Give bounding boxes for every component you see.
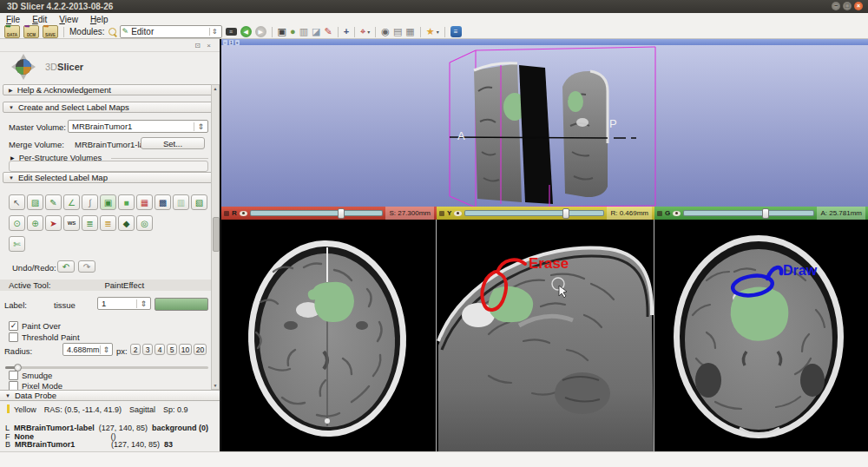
screen-capture-icon[interactable]: ◉ [381,26,390,37]
extension-manager-icon[interactable]: ≡ [450,26,462,37]
annotation-pencil-icon[interactable]: ✎ [324,26,332,37]
green-slice-slider[interactable] [683,210,814,216]
watershed-marker-button[interactable]: WS [63,215,80,231]
module-back-button[interactable]: ◀ [240,26,252,37]
mouse-mode-pin-icon[interactable]: ⌖ [360,26,365,37]
yellow-slice-view[interactable]: Erase [437,220,654,451]
rectangle-effect-button[interactable]: ▣ [100,194,116,210]
label-spin-icon[interactable]: ⇕ [136,299,147,308]
radius-10px-button[interactable]: 10 [179,344,192,355]
scissors-tool-button[interactable]: ✄ [9,236,25,252]
threeD-view[interactable]: − 1 + [221,39,868,207]
px-label: px: [116,346,128,356]
undo-button[interactable]: ↶ [57,260,75,273]
label-spinbox[interactable]: 1 ⇕ [97,297,151,310]
favorites-star-icon[interactable]: ★ [426,26,435,37]
visibility-eye-icon[interactable] [454,211,462,216]
draw-effect-button[interactable]: ✎ [45,194,62,210]
green-slice-view[interactable]: Draw [654,220,868,451]
star-dropdown-icon[interactable]: ▾ [437,29,439,35]
threshold-bucket-button[interactable]: ≣ [82,215,98,231]
title-bar: 3D Slicer 4.2.2-2013-08-26 − □ × [0,0,868,13]
fast-marching-button[interactable]: ◎ [136,215,153,231]
menu-help[interactable]: Help [84,15,115,24]
radius-20px-button[interactable]: 20 [194,344,207,355]
paint-effect-button[interactable]: ▨ [27,194,43,210]
section-create-label-maps[interactable]: ▼ Create and Select Label Maps [3,102,217,113]
radius-spin-icon[interactable]: ⇕ [100,345,110,354]
grow-cut-button[interactable]: ➤ [45,215,62,231]
menu-view[interactable]: View [53,15,84,24]
level-tracing-button[interactable]: ∠ [63,194,80,210]
module-search-icon[interactable] [108,28,116,36]
master-volume-selector[interactable]: MRBrainTumor1 ⇕ [68,120,208,133]
radius-spinbox[interactable]: 4.688mm ⇕ [62,343,113,356]
active-tool-band: Active Tool: PaintEffect [0,280,220,291]
minimize-button[interactable]: − [832,2,840,10]
radius-2px-button[interactable]: 2 [130,344,141,355]
menu-file[interactable]: File [0,15,26,24]
combo-spin-icon[interactable]: ⇕ [194,122,204,131]
yellow-slice-slider[interactable] [464,210,604,216]
radius-slider[interactable] [5,366,208,369]
save-button[interactable]: ➥ SAVE [43,25,58,38]
slicer-logo [9,53,38,81]
center-3d-view-icon[interactable]: ● [290,26,296,37]
scene-view-icon[interactable]: ▤ [393,26,402,37]
section-help-acknowledgement[interactable]: ▶ Help & Acknowledgement [3,84,217,95]
panel-scrollbar[interactable]: ▲ ▼ [211,84,220,390]
panel-undock-icon[interactable]: ⊡ [194,42,201,49]
screenshot-icon[interactable]: ◪ [312,26,320,37]
layers-icon[interactable]: ▥ [299,26,308,37]
radius-3px-button[interactable]: 3 [142,344,153,355]
paint-over-label: Paint Over [22,321,61,331]
module-forward-button[interactable]: ▶ [255,26,266,37]
threshold-paint-button[interactable]: ≣ [100,215,116,231]
label-color-swatch[interactable] [155,298,208,311]
smudge-label: Smudge [22,371,52,380]
pin-dropdown-icon[interactable]: ▾ [367,29,370,35]
load-data-button[interactable]: ➥ DATA [4,25,20,38]
grow-cut-segment-button[interactable]: ◆ [118,215,135,231]
wand-effect-button[interactable]: ∫ [82,194,98,210]
layout-cube-icon[interactable]: ▣ [278,26,286,37]
panel-close-icon[interactable]: × [207,42,211,49]
threshold-effect-button[interactable]: ■ [118,194,135,210]
scene-view-restore-icon[interactable]: ▦ [405,26,414,37]
window-close-button[interactable]: × [854,2,863,10]
pin-icon[interactable] [657,211,662,216]
erode-effect-button[interactable]: ⊙ [9,215,25,231]
pin-icon[interactable] [439,211,444,216]
identify-islands-button[interactable]: ▦ [136,194,153,210]
module-spin-icon[interactable]: ⇕ [209,28,220,36]
crosshair-icon[interactable]: + [344,26,349,37]
per-structure-frame [9,161,208,172]
dilate-effect-button[interactable]: ⊕ [27,215,43,231]
red-slice-view[interactable] [221,220,437,451]
visibility-eye-icon[interactable] [673,211,681,216]
module-selector[interactable]: ✎ Editor ⇕ [120,25,222,38]
layout-menu-button[interactable]: ≡ [226,28,237,36]
radius-5px-button[interactable]: 5 [167,344,177,355]
visibility-eye-icon[interactable] [240,211,247,216]
set-merge-volume-button[interactable]: Set... [141,137,205,149]
section-data-probe[interactable]: ▼ Data Probe [0,390,220,401]
slice-color-indicator [7,405,10,413]
undo-redo-label: Undo/Redo: [12,263,56,273]
pin-icon[interactable] [224,211,229,216]
threshold-paint-checkbox[interactable] [9,332,18,342]
label-label: Label: [4,300,27,310]
change-island-button[interactable]: ▩ [155,194,171,210]
merge-volume-label: Merge Volume: [9,140,64,149]
smudge-checkbox[interactable] [9,371,18,380]
radius-4px-button[interactable]: 4 [155,344,165,355]
remove-islands-button[interactable]: ▥ [173,194,189,210]
default-tool-button[interactable]: ↖ [9,194,25,210]
paint-over-checkbox[interactable]: ✓ [9,321,18,331]
load-dicom-button[interactable]: ➥ DCM [23,25,39,38]
red-slice-slider[interactable] [250,210,384,216]
section-edit-label-map[interactable]: ▼ Edit Selected Label Map [3,172,217,183]
maximize-button[interactable]: □ [843,2,852,10]
redo-button[interactable]: ↷ [78,260,95,273]
save-island-button[interactable]: ▧ [191,194,207,210]
